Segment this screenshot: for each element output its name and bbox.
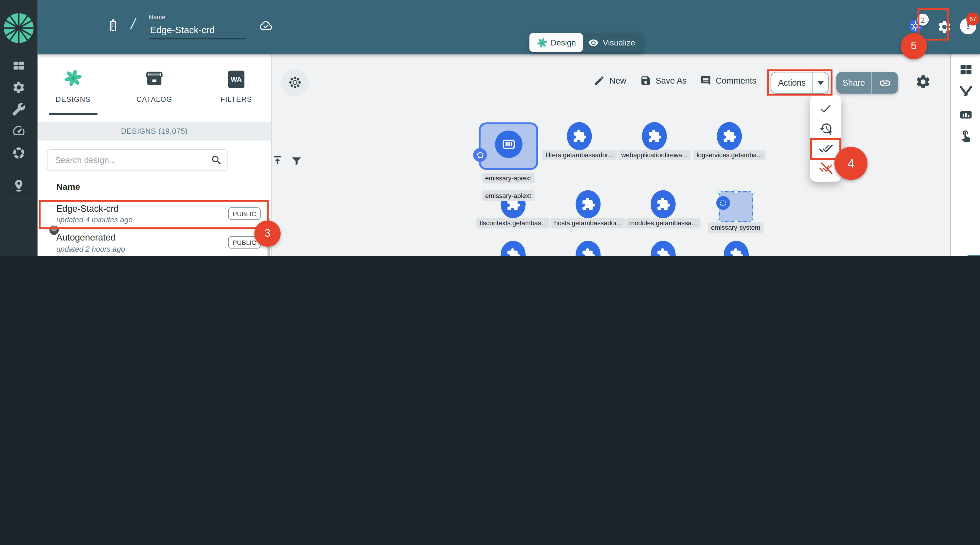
left-navbar: › ? v0.7.76 (0, 0, 38, 256)
annotation-rect-design-row (39, 200, 269, 229)
meshery-spiral-icon (537, 37, 547, 48)
design-search-box (47, 149, 228, 171)
touch-mode-button[interactable] (951, 126, 980, 146)
pencil-icon (594, 75, 605, 86)
canvas-node[interactable] (576, 190, 600, 218)
top-header: / Name Design Visualize 2 ! 67 (38, 0, 980, 54)
save-as-button[interactable]: Save As (640, 75, 687, 86)
canvas-node[interactable] (651, 190, 676, 218)
node-label: hosts.getambassador... (551, 218, 625, 228)
copy-link-icon[interactable] (872, 76, 898, 89)
configuration-nav-icon[interactable] (0, 99, 38, 120)
node-label: emissary-system (708, 222, 764, 233)
breadcrumb-separator: / (129, 15, 137, 33)
eye-icon (589, 37, 599, 48)
relationships-panel-button[interactable] (951, 81, 980, 101)
navbar-divider (5, 199, 33, 199)
import-design-icon[interactable] (271, 154, 284, 167)
extensions-nav-icon[interactable] (0, 143, 38, 164)
undeploy-cross-check-icon (819, 161, 833, 175)
name-column-header: Name (56, 182, 80, 192)
canvas-node[interactable] (717, 122, 742, 150)
node-label: tlscontexts.getambas... (476, 218, 550, 228)
lifecycle-nav-icon[interactable] (0, 77, 38, 98)
panel-tab-catalog[interactable]: CATALOG (120, 63, 189, 103)
design-name-underline (149, 38, 246, 39)
validate-menu-item[interactable] (810, 99, 841, 118)
cloud-saved-icon (258, 19, 274, 34)
filters-tab-icon: WA (202, 63, 270, 88)
annotation-step-3: 3 (255, 221, 281, 247)
app-window: › ? v0.7.76 / Name Design Visualize 2 (0, 0, 980, 256)
panel-tab-designs[interactable]: DESIGNS (39, 63, 107, 103)
catalog-tab-icon (120, 63, 189, 88)
navbar-divider (5, 168, 33, 169)
annotation-rect-actions (767, 69, 833, 95)
node-label: emissary-apiext (482, 191, 534, 201)
new-design-button[interactable]: New (594, 75, 626, 86)
node-label: logservices.getamba... (694, 150, 765, 160)
design-name-input[interactable] (149, 24, 242, 35)
node-label: webapplicationfirewa... (618, 150, 691, 160)
node-shape-badge-icon (473, 148, 487, 162)
right-sidebar: ‹ (950, 54, 980, 256)
designs-tab-icon (39, 63, 107, 88)
panel-tab-filters[interactable]: WA FILTERS (202, 63, 270, 103)
search-icon[interactable] (211, 154, 223, 166)
share-button[interactable]: Share (836, 72, 898, 94)
node-label: filters.getambassador... (542, 150, 616, 160)
mode-switch: Design Visualize (530, 33, 643, 52)
save-icon (640, 75, 651, 86)
tab-visualize[interactable]: Visualize (581, 33, 643, 52)
canvas-node[interactable] (642, 122, 667, 150)
meshery-logo-icon[interactable] (3, 12, 35, 44)
metrics-panel-button[interactable] (951, 105, 980, 124)
annotation-step-4: 4 (834, 147, 868, 180)
canvas-node-selected[interactable] (479, 122, 538, 170)
canvas-settings-button[interactable] (915, 74, 931, 90)
history-gear-icon (819, 122, 832, 135)
namespace-node-selected[interactable] (719, 191, 753, 222)
annotation-rect-notifications (918, 8, 948, 41)
node-label: modules.getambassa... (626, 218, 700, 228)
organization-icon[interactable] (106, 17, 120, 34)
check-icon (819, 102, 833, 116)
design-name-label: Name (149, 14, 165, 21)
comments-button[interactable]: Comments (700, 75, 756, 86)
design-search-input[interactable] (54, 155, 210, 165)
filter-list-icon[interactable] (291, 155, 302, 167)
notifications-count-badge: 67 (966, 13, 979, 26)
canvas-node[interactable] (567, 122, 592, 150)
widgets-panel-button[interactable] (951, 59, 980, 79)
comment-icon (700, 75, 711, 86)
performance-nav-icon[interactable] (0, 120, 38, 141)
design-list-row[interactable]: Autogeneratedupdated 2 hours ago PUBLIC (38, 228, 269, 256)
api-extension-node-icon (495, 130, 522, 158)
designs-count-header: DESIGNS (19,075) (38, 122, 271, 140)
feedback-tab[interactable]: Feedback (966, 255, 980, 256)
dry-run-menu-item[interactable] (810, 119, 841, 138)
dashboard-nav-icon[interactable] (0, 55, 38, 76)
annotation-step-5: 5 (901, 33, 927, 59)
tab-design[interactable]: Design (530, 33, 584, 52)
catalog-pin-nav-icon[interactable] (0, 175, 38, 196)
canvas-config-button[interactable] (281, 68, 309, 96)
active-tab-underline (49, 113, 97, 115)
namespace-badge-icon (716, 196, 730, 210)
node-label: emissary-apiext (482, 173, 534, 183)
